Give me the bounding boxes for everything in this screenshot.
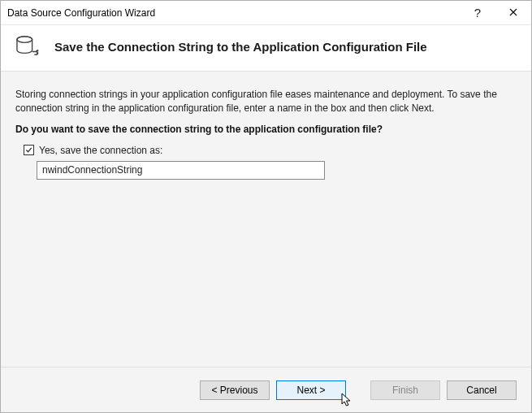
svg-rect-2 xyxy=(37,52,38,54)
titlebar: Data Source Configuration Wizard ? xyxy=(1,1,531,25)
database-icon xyxy=(15,35,40,58)
wizard-footer: < Previous Next > Finish Cancel xyxy=(1,367,531,412)
close-button[interactable] xyxy=(495,1,531,24)
cancel-button[interactable]: Cancel xyxy=(447,380,517,400)
page-title: Save the Connection String to the Applic… xyxy=(54,40,427,54)
wizard-content: Storing connection strings in your appli… xyxy=(1,72,531,367)
finish-button: Finish xyxy=(370,380,440,400)
checkmark-icon xyxy=(25,146,32,154)
save-connection-checkbox[interactable] xyxy=(24,145,34,155)
save-connection-row: Yes, save the connection as: xyxy=(24,145,517,156)
previous-button[interactable]: < Previous xyxy=(200,380,270,400)
question-text: Do you want to save the connection strin… xyxy=(15,124,517,135)
connection-name-input[interactable] xyxy=(37,161,325,180)
wizard-window: Data Source Configuration Wizard ? Save … xyxy=(0,0,532,413)
save-connection-label: Yes, save the connection as: xyxy=(39,145,162,156)
intro-text: Storing connection strings in your appli… xyxy=(15,88,517,115)
window-title: Data Source Configuration Wizard xyxy=(7,7,460,19)
close-icon xyxy=(509,7,517,19)
next-button[interactable]: Next > xyxy=(276,380,346,400)
wizard-header: Save the Connection String to the Applic… xyxy=(1,25,531,72)
help-button[interactable]: ? xyxy=(460,1,495,24)
